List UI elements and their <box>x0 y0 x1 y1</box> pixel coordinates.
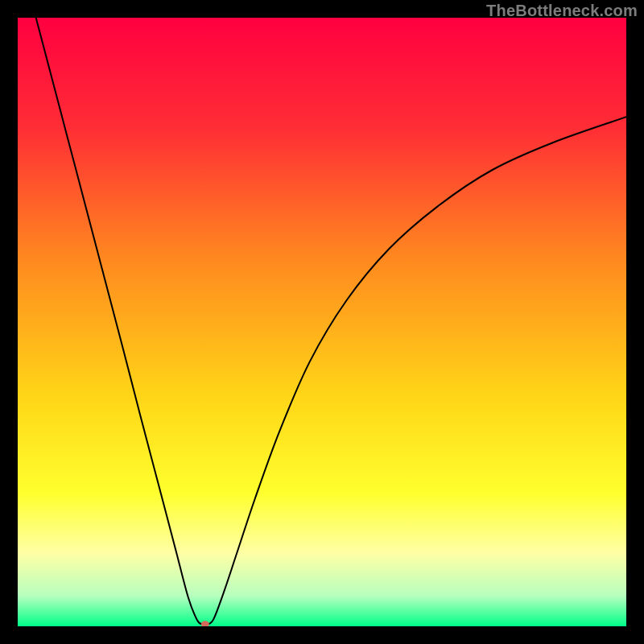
chart-container: TheBottleneck.com <box>0 0 644 644</box>
plot-area <box>18 18 626 626</box>
gradient-background <box>18 18 626 626</box>
